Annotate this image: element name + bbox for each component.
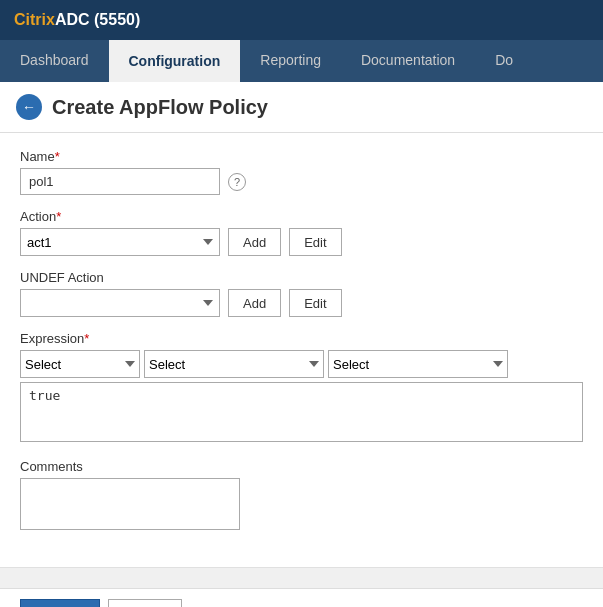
back-button[interactable]: ←: [16, 94, 42, 120]
undef-action-group: UNDEF Action Add Edit: [20, 270, 583, 317]
expr-select-3[interactable]: Select: [328, 350, 508, 378]
action-edit-button[interactable]: Edit: [289, 228, 341, 256]
expr-select-1[interactable]: Select: [20, 350, 140, 378]
tab-configuration[interactable]: Configuration: [109, 40, 241, 82]
action-group: Action* act1 Add Edit: [20, 209, 583, 256]
comments-textarea[interactable]: [20, 478, 240, 530]
name-input[interactable]: [20, 168, 220, 195]
expr-select-2[interactable]: Select: [144, 350, 324, 378]
page-header: ← Create AppFlow Policy: [0, 82, 603, 133]
page-title: Create AppFlow Policy: [52, 96, 268, 119]
create-button[interactable]: Create: [20, 599, 100, 607]
back-icon: ←: [22, 99, 36, 115]
action-select[interactable]: act1: [20, 228, 220, 256]
close-button[interactable]: Close: [108, 599, 182, 607]
brand-logo: Citrix: [14, 11, 55, 29]
product-name: ADC (5550): [55, 11, 140, 29]
tab-documentation[interactable]: Documentation: [341, 40, 475, 82]
undef-action-label: UNDEF Action: [20, 270, 583, 285]
action-row: act1 Add Edit: [20, 228, 583, 256]
expression-selects: Select Select Select: [20, 350, 583, 378]
name-help-icon[interactable]: ?: [228, 173, 246, 191]
comments-group: Comments: [20, 459, 583, 533]
tab-reporting[interactable]: Reporting: [240, 40, 341, 82]
comments-label: Comments: [20, 459, 583, 474]
undef-action-row: Add Edit: [20, 289, 583, 317]
nav-tabs: Dashboard Configuration Reporting Docume…: [0, 40, 603, 82]
form-container: Name* ? Action* act1 Add Edit UNDEF Acti…: [0, 133, 603, 567]
undef-action-edit-button[interactable]: Edit: [289, 289, 341, 317]
undef-action-select[interactable]: [20, 289, 220, 317]
action-add-button[interactable]: Add: [228, 228, 281, 256]
footer-divider: [0, 567, 603, 568]
tab-dashboard[interactable]: Dashboard: [0, 40, 109, 82]
expression-group: Expression* Select Select Select true: [20, 331, 583, 445]
name-group: Name* ?: [20, 149, 583, 195]
expression-textarea[interactable]: true: [20, 382, 583, 442]
undef-action-add-button[interactable]: Add: [228, 289, 281, 317]
app-header: Citrix ADC (5550): [0, 0, 603, 40]
footer-buttons: Create Close: [0, 588, 603, 607]
expression-label: Expression*: [20, 331, 583, 346]
action-label: Action*: [20, 209, 583, 224]
tab-do[interactable]: Do: [475, 40, 533, 82]
name-row: ?: [20, 168, 583, 195]
name-label: Name*: [20, 149, 583, 164]
